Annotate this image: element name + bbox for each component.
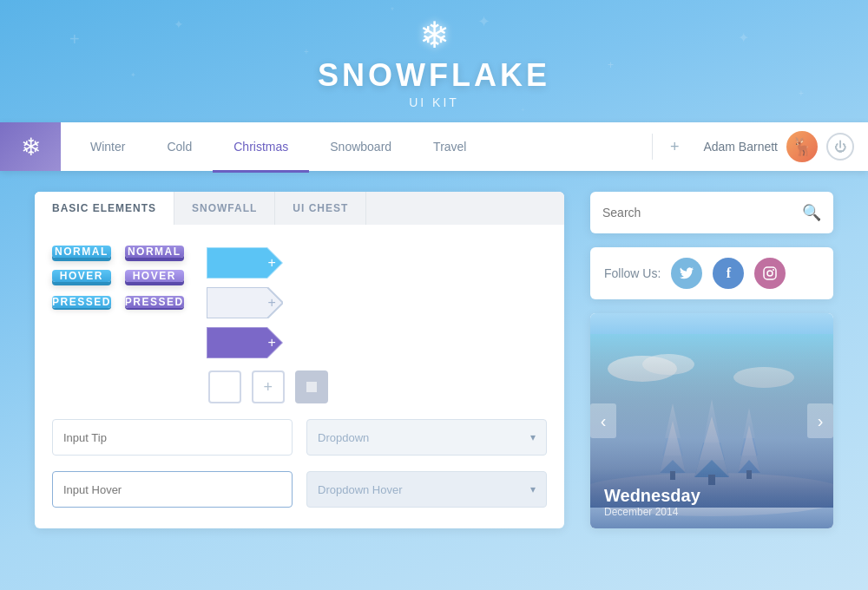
blue-hover-button[interactable]: HOVER	[52, 270, 111, 282]
card-next-button[interactable]: ›	[807, 403, 833, 438]
purple-normal-button[interactable]: NORMAL	[125, 246, 184, 258]
twitter-button[interactable]	[671, 258, 702, 289]
purple-hover-button[interactable]: HOVER	[125, 270, 184, 282]
sidebar-item-christmas[interactable]: Christmas	[213, 122, 309, 171]
card-prev-button[interactable]: ‹	[590, 403, 616, 438]
purple-pressed-button[interactable]: PRESSED	[125, 296, 184, 308]
input-tip-field[interactable]	[52, 419, 293, 456]
arrow-button-blue[interactable]: +	[207, 247, 283, 279]
panel-tabs: BASIC ELEMENTS SNOWFALL UI CHEST	[35, 192, 564, 225]
blue-normal-button[interactable]: NORMAL	[52, 246, 111, 258]
navbar-snowflake-icon: ❄	[21, 133, 41, 161]
follow-box: Follow Us: f	[590, 247, 833, 299]
chevron-down-icon: ▾	[530, 431, 536, 443]
dropdown-label: Dropdown	[318, 431, 369, 444]
image-overlay: Wednesday December 2014	[590, 469, 833, 528]
search-box: 🔍	[590, 192, 833, 233]
tab-basic-elements[interactable]: BASIC ELEMENTS	[35, 192, 174, 225]
navbar-user: Adam Barnett 🦌 ⏻	[689, 131, 868, 162]
sidebar-item-snowboard[interactable]: Snowboard	[309, 122, 412, 171]
left-panel: BASIC ELEMENTS SNOWFALL UI CHEST NORMAL …	[35, 192, 564, 528]
card-date: December 2014	[604, 506, 819, 518]
nav-link-snowboard[interactable]: Snowboard	[309, 124, 412, 173]
sidebar-item-winter[interactable]: Winter	[69, 122, 146, 171]
svg-rect-5	[306, 382, 317, 392]
sidebar-item-cold[interactable]: Cold	[146, 122, 213, 171]
facebook-button[interactable]: f	[713, 258, 744, 289]
svg-marker-2	[207, 287, 283, 318]
blue-pressed-button[interactable]: PRESSED	[52, 296, 111, 308]
tab-snowfall[interactable]: SNOWFALL	[174, 192, 275, 225]
search-icon[interactable]: 🔍	[802, 203, 821, 222]
navbar-username: Adam Barnett	[703, 140, 778, 154]
image-placeholder: Wednesday December 2014	[590, 313, 833, 528]
main-content: BASIC ELEMENTS SNOWFALL UI CHEST NORMAL …	[0, 171, 868, 549]
nav-link-christmas[interactable]: Christmas	[213, 124, 309, 173]
arrow-button-outline[interactable]: +	[207, 287, 283, 318]
nav-link-cold[interactable]: Cold	[146, 124, 213, 173]
navbar: ❄ Winter Cold Christmas Snowboard Travel…	[0, 122, 868, 171]
navbar-divider	[652, 134, 653, 160]
nav-link-winter[interactable]: Winter	[69, 124, 146, 173]
icon-button-square[interactable]	[295, 370, 328, 403]
search-input[interactable]	[602, 206, 802, 220]
image-card: Wednesday December 2014 ‹ ›	[590, 313, 833, 528]
input-row-2: Dropdown Hover ▾	[52, 471, 547, 508]
tab-ui-chest[interactable]: UI CHEST	[275, 192, 366, 225]
card-day: Wednesday	[604, 486, 819, 506]
navbar-add-button[interactable]: +	[660, 138, 690, 156]
icon-button-plus[interactable]: +	[252, 370, 285, 403]
instagram-button[interactable]	[754, 258, 786, 289]
nav-link-travel[interactable]: Travel	[412, 124, 487, 173]
panel-body: NORMAL HOVER PRESSED NORMAL HOVER PRESSE…	[35, 225, 564, 528]
svg-point-8	[773, 269, 774, 271]
input-hover-field[interactable]	[52, 471, 293, 508]
navbar-nav: Winter Cold Christmas Snowboard Travel	[61, 122, 645, 171]
dropdown-field[interactable]: Dropdown ▾	[306, 419, 547, 456]
avatar[interactable]: 🦌	[786, 131, 818, 162]
icon-button-row: +	[208, 370, 328, 403]
power-button[interactable]: ⏻	[826, 133, 854, 161]
right-panel: 🔍 Follow Us: f	[590, 192, 833, 528]
dropdown-hover-field[interactable]: Dropdown Hover ▾	[306, 471, 547, 508]
sidebar-item-travel[interactable]: Travel	[412, 122, 487, 171]
input-row-1: Dropdown ▾	[52, 419, 547, 456]
power-icon: ⏻	[834, 140, 846, 154]
page-title: SNOWFLAKE	[0, 57, 868, 94]
chevron-down-icon-2: ▾	[530, 483, 536, 495]
svg-point-7	[767, 271, 773, 276]
page-subtitle: UI KIT	[0, 95, 868, 109]
navbar-logo[interactable]: ❄	[0, 122, 61, 171]
header: ❄ SNOWFLAKE UI KIT	[0, 0, 868, 122]
follow-label: Follow Us:	[604, 266, 661, 280]
svg-rect-6	[764, 267, 776, 279]
dropdown-hover-label: Dropdown Hover	[318, 483, 403, 496]
icon-button-empty[interactable]	[208, 370, 241, 403]
arrow-button-purple[interactable]: +	[207, 327, 283, 358]
header-snowflake-icon: ❄	[0, 17, 868, 54]
